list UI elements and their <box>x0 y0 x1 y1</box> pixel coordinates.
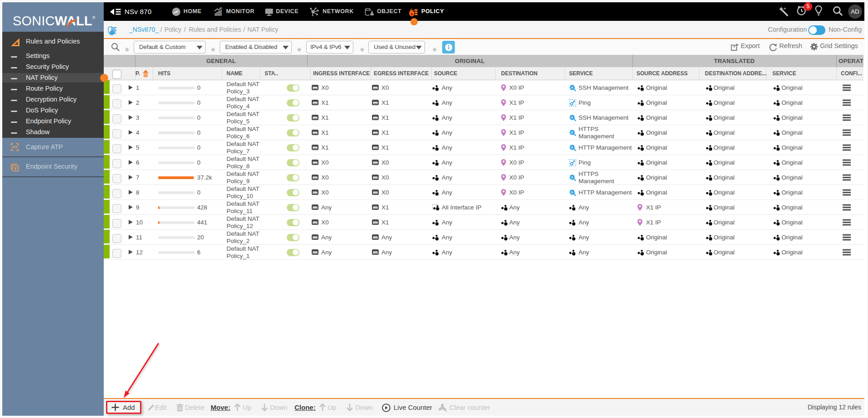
svg-text:ATP: ATP <box>12 146 18 149</box>
